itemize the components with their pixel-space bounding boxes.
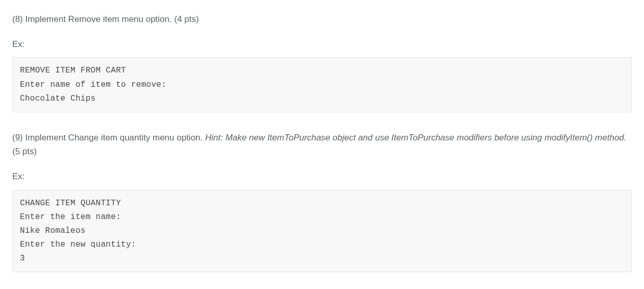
section-8-number: (8) xyxy=(12,14,23,24)
section-8-points: (4 pts) xyxy=(175,14,199,24)
section-8-instruction: (8) Implement Remove item menu option. (… xyxy=(12,12,632,26)
section-9-hint: Hint: Make new ItemToPurchase object and… xyxy=(205,133,627,142)
section-9-ex-label: Ex: xyxy=(12,170,632,183)
section-9-points: (5 pts) xyxy=(12,147,37,156)
section-9-instruction: (9) Implement Change item quantity menu … xyxy=(12,131,632,158)
section-8-ex-label: Ex: xyxy=(12,37,632,51)
section-8-code-block: REMOVE ITEM FROM CART Enter name of item… xyxy=(12,57,632,112)
section-9-title: Implement Change item quantity menu opti… xyxy=(26,133,203,142)
section-8-title: Implement Remove item menu option. xyxy=(26,14,172,24)
section-9-number: (9) xyxy=(12,133,23,142)
section-9-code-block: CHANGE ITEM QUANTITY Enter the item name… xyxy=(12,190,632,273)
